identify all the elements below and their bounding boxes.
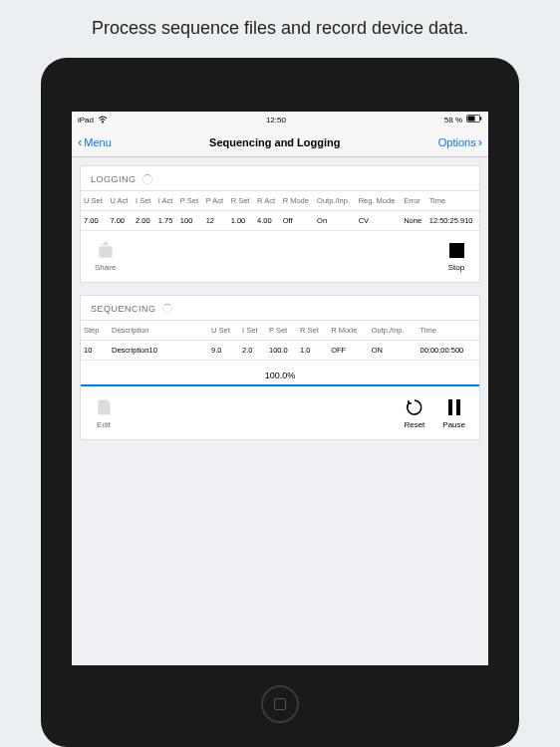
- stop-label: Stop: [448, 263, 464, 272]
- svg-rect-7: [456, 399, 460, 415]
- logging-cell: Off: [280, 211, 314, 231]
- seq-col: P Set: [266, 321, 297, 341]
- logging-col: U Set: [81, 191, 107, 211]
- home-icon: [274, 698, 286, 710]
- battery-percent: 58 %: [444, 116, 462, 124]
- status-time: 12:50: [266, 116, 286, 124]
- svg-rect-6: [448, 399, 452, 415]
- logging-cell: 100: [177, 211, 203, 231]
- home-button[interactable]: [261, 685, 299, 723]
- seq-cell: 9.0: [208, 341, 239, 361]
- pause-icon: [445, 398, 463, 416]
- seq-cell: ON: [369, 341, 418, 361]
- sequencing-title: SEQUENCING: [91, 304, 156, 314]
- logging-cell: 7.00: [107, 211, 133, 231]
- logging-card: LOGGING U Set U Act I Set I Act P Set P …: [80, 165, 480, 283]
- svg-point-0: [102, 122, 104, 124]
- reset-button[interactable]: Reset: [404, 398, 424, 429]
- edit-label: Edit: [97, 420, 111, 429]
- seq-col: Description: [109, 321, 208, 341]
- chevron-right-icon: ›: [478, 135, 482, 148]
- wifi-icon: [98, 116, 108, 124]
- spinner-icon: [142, 174, 152, 184]
- seq-cell: 1.0: [297, 341, 328, 361]
- sequencing-table: Step Description U Set I Set P Set R Set…: [81, 320, 479, 361]
- logging-cell: 12: [203, 211, 228, 231]
- logging-col: R Act: [254, 191, 280, 211]
- logging-col: I Act: [155, 191, 177, 211]
- pause-button[interactable]: Pause: [442, 398, 465, 429]
- back-label: Menu: [84, 136, 112, 148]
- seq-col: R Set: [297, 321, 328, 341]
- logging-col: I Set: [133, 191, 155, 211]
- logging-col: P Act: [203, 191, 228, 211]
- svg-rect-5: [449, 243, 464, 258]
- back-button[interactable]: ‹ Menu: [78, 135, 112, 148]
- seq-col: Step: [81, 321, 109, 341]
- edit-icon: [95, 398, 113, 416]
- sequencing-card: SEQUENCING Step Description U Set I Set …: [80, 295, 480, 440]
- reset-icon: [406, 398, 423, 416]
- seq-cell: Description10: [109, 341, 208, 361]
- options-button[interactable]: Options ›: [438, 135, 482, 148]
- logging-col: P Set: [177, 191, 203, 211]
- logging-title: LOGGING: [91, 174, 137, 184]
- stop-button[interactable]: Stop: [447, 241, 465, 272]
- logging-cell: None: [401, 211, 426, 231]
- spinner-icon: [162, 304, 172, 314]
- device-screen: iPad 12:50 58 % ‹ Menu Sequencing and Lo…: [72, 112, 488, 665]
- progress-bar[interactable]: [81, 384, 479, 386]
- logging-col: R Set: [228, 191, 254, 211]
- svg-rect-3: [480, 118, 481, 121]
- logging-col: Error: [401, 191, 426, 211]
- reset-label: Reset: [404, 420, 424, 429]
- progress: 100.0%: [81, 361, 479, 388]
- status-bar: iPad 12:50 58 %: [72, 112, 488, 127]
- seq-cell: 100.0: [266, 341, 297, 361]
- logging-cell: 2.00: [133, 211, 155, 231]
- edit-button[interactable]: Edit: [95, 398, 113, 429]
- seq-col: U Set: [208, 321, 239, 341]
- share-label: Share: [95, 263, 116, 272]
- options-label: Options: [438, 136, 476, 148]
- logging-col: U Act: [107, 191, 133, 211]
- logging-cell: 4.00: [254, 211, 280, 231]
- logging-col: Time: [426, 191, 479, 211]
- logging-cell: CV: [356, 211, 402, 231]
- ipad-frame: iPad 12:50 58 % ‹ Menu Sequencing and Lo…: [41, 58, 519, 747]
- nav-bar: ‹ Menu Sequencing and Logging Options ›: [72, 127, 488, 157]
- logging-col: R Mode: [280, 191, 314, 211]
- logging-cell: 1.00: [228, 211, 254, 231]
- logging-cell: 7.00: [81, 211, 107, 231]
- seq-col: R Mode: [328, 321, 368, 341]
- seq-cell: 10: [81, 341, 109, 361]
- logging-col: Outp./Inp.: [314, 191, 356, 211]
- table-row: 7.00 7.00 2.00 1.75 100 12 1.00 4.00 Off…: [81, 211, 479, 231]
- seq-col: Outp./Inp.: [369, 321, 418, 341]
- pause-label: Pause: [442, 420, 465, 429]
- logging-cell: On: [314, 211, 356, 231]
- svg-rect-2: [468, 117, 475, 122]
- table-row: 10 Description10 9.0 2.0 100.0 1.0 OFF O…: [81, 341, 479, 361]
- seq-cell: 2.0: [239, 341, 266, 361]
- page-headline: Process sequence files and record device…: [0, 0, 560, 51]
- stop-icon: [447, 241, 465, 259]
- logging-table: U Set U Act I Set I Act P Set P Act R Se…: [81, 190, 479, 231]
- share-button[interactable]: Share: [95, 241, 116, 272]
- carrier-label: iPad: [78, 116, 94, 124]
- seq-cell: 00:00:00:500: [417, 341, 479, 361]
- seq-col: I Set: [239, 321, 266, 341]
- nav-title: Sequencing and Logging: [209, 136, 340, 148]
- seq-cell: OFF: [328, 341, 368, 361]
- logging-cell: 12:50:25.910: [426, 211, 479, 231]
- progress-label: 100.0%: [81, 367, 479, 384]
- chevron-left-icon: ‹: [78, 135, 82, 148]
- logging-cell: 1.75: [155, 211, 177, 231]
- battery-icon: [466, 115, 482, 124]
- share-icon: [97, 241, 115, 259]
- seq-col: Time: [417, 321, 479, 341]
- logging-col: Reg. Mode: [356, 191, 402, 211]
